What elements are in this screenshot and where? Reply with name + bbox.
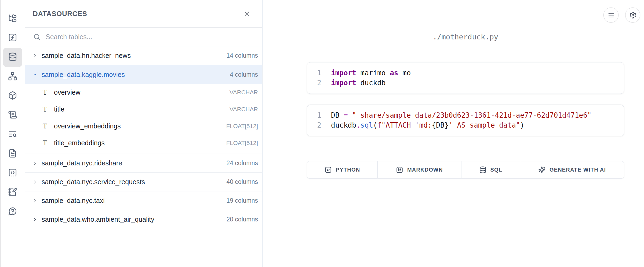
table-column-count: 24 columns	[226, 160, 258, 167]
left-icon-sidebar	[0, 0, 25, 267]
notebook-pen-icon	[8, 187, 17, 198]
table-column-count: 19 columns	[226, 197, 258, 204]
add-python-cell-button[interactable]: PYTHON	[307, 161, 378, 178]
column-type: FLOAT[512]	[226, 140, 258, 147]
add-cell-bar: PYTHON MARKDOWN SQL GENERATE WITH AI	[307, 161, 624, 179]
chevron-right-icon	[32, 53, 38, 58]
column-row[interactable]: T overview_embeddings FLOAT[512]	[25, 118, 262, 135]
generate-with-ai-button[interactable]: GENERATE WITH AI	[520, 161, 624, 178]
table-row-selected[interactable]: sample_data.kaggle.movies 4 columns	[25, 65, 262, 84]
column-row[interactable]: T title_embeddings FLOAT[512]	[25, 135, 262, 151]
folder-tree-icon	[8, 14, 17, 24]
code-square-dashed-icon	[8, 168, 17, 178]
code-line[interactable]: duckdb.sql(f"ATTACH 'md:{DB}' AS sample_…	[326, 120, 524, 130]
chevron-right-icon	[32, 179, 38, 185]
table-name: sample_data.kaggle.movies	[42, 71, 125, 79]
sidebar-item-logs[interactable]	[3, 106, 22, 125]
table-row[interactable]: sample_data.nyc.taxi 19 columns	[25, 191, 262, 210]
table-column-count: 4 columns	[230, 71, 258, 78]
search-icon	[33, 33, 41, 40]
line-number: 1	[307, 68, 326, 78]
code-line[interactable]: DB = "_share/sample_data/23b0d623-1361-4…	[326, 110, 592, 120]
help-bubble-icon	[8, 207, 17, 217]
file-text-icon	[8, 149, 17, 159]
sidebar-item-help[interactable]	[3, 202, 22, 221]
code-line[interactable]: import marimo as mo	[326, 68, 411, 78]
code-cell[interactable]: 1 import marimo as mo 2 import duckdb	[307, 62, 624, 94]
table-row[interactable]: sample_data.hn.hacker_news 14 columns	[25, 46, 262, 65]
sidebar-item-scratchpad[interactable]	[3, 183, 22, 202]
notebook-filename[interactable]: ./motherduck.py	[307, 32, 624, 42]
database-icon	[479, 166, 486, 173]
notebook-header-actions	[603, 8, 640, 23]
column-name: title_embeddings	[54, 139, 105, 147]
varchar-type-icon: T	[43, 88, 49, 96]
close-icon	[243, 10, 250, 17]
column-type: VARCHAR	[230, 89, 258, 96]
line-number: 1	[307, 110, 326, 120]
varchar-type-icon: T	[43, 122, 49, 130]
close-panel-button[interactable]	[243, 10, 250, 17]
sidebar-item-outline-search[interactable]	[3, 125, 22, 144]
function-square-icon	[8, 33, 17, 43]
column-row[interactable]: T overview VARCHAR	[25, 84, 262, 101]
settings-button[interactable]	[625, 8, 640, 23]
column-type: VARCHAR	[230, 106, 258, 113]
sidebar-item-snippets[interactable]	[3, 164, 22, 183]
box-icon	[8, 91, 17, 101]
varchar-type-icon: T	[43, 139, 49, 147]
add-markdown-cell-button[interactable]: MARKDOWN	[378, 161, 461, 178]
chevron-right-icon	[32, 161, 38, 166]
datasources-panel: DATASOURCES sample_data.hn.hacker_news 1…	[25, 0, 263, 267]
chevron-right-icon	[32, 198, 38, 203]
code-square-icon	[325, 166, 332, 173]
chevron-right-icon	[32, 217, 38, 222]
code-line[interactable]: import duckdb	[326, 78, 386, 88]
line-number: 2	[307, 78, 326, 88]
column-row[interactable]: T title VARCHAR	[25, 101, 262, 118]
table-name: sample_data.nyc.taxi	[42, 197, 105, 205]
menu-icon	[607, 12, 615, 19]
table-row[interactable]: sample_data.who.ambient_air_quality 20 c…	[25, 210, 262, 229]
chevron-down-icon	[32, 72, 38, 77]
table-name: sample_data.nyc.rideshare	[42, 159, 122, 167]
network-icon	[8, 72, 17, 82]
column-type: FLOAT[512]	[226, 123, 258, 130]
table-column-count: 14 columns	[226, 52, 258, 59]
tables-list: sample_data.hn.hacker_news 14 columns sa…	[25, 46, 262, 267]
sidebar-item-variables[interactable]	[3, 28, 22, 48]
sidebar-item-documentation[interactable]	[3, 144, 22, 164]
column-name: title	[54, 105, 64, 113]
app-window: DATASOURCES sample_data.hn.hacker_news 1…	[0, 0, 644, 267]
table-column-count: 20 columns	[226, 216, 258, 223]
cells-column: ./motherduck.py 1 import marimo as mo 2 …	[307, 0, 624, 179]
text-search-icon	[8, 129, 17, 140]
notebook-menu-button[interactable]	[603, 8, 618, 23]
table-column-count: 40 columns	[226, 178, 258, 186]
sidebar-item-packages[interactable]	[3, 86, 22, 106]
sidebar-item-dependencies[interactable]	[3, 67, 22, 86]
column-name: overview	[54, 88, 81, 96]
table-row[interactable]: sample_data.nyc.rideshare 24 columns	[25, 154, 262, 173]
scroll-text-icon	[8, 110, 17, 120]
table-row[interactable]: sample_data.nyc.service_requests 40 colu…	[25, 173, 262, 191]
search-input[interactable]	[46, 33, 257, 41]
datasources-panel-header: DATASOURCES	[25, 0, 262, 28]
sidebar-item-files[interactable]	[3, 9, 22, 28]
sparkles-icon	[538, 166, 545, 173]
line-number: 2	[307, 120, 326, 130]
add-sql-cell-button[interactable]: SQL	[461, 161, 520, 178]
m-square-icon	[396, 166, 403, 173]
table-name: sample_data.nyc.service_requests	[42, 178, 145, 186]
column-name: overview_embeddings	[54, 122, 121, 130]
column-list: T overview VARCHAR T title VARCHAR T ove…	[25, 84, 262, 154]
code-cell[interactable]: 1 DB = "_share/sample_data/23b0d623-1361…	[307, 105, 624, 136]
varchar-type-icon: T	[43, 105, 49, 113]
sidebar-item-datasources[interactable]	[3, 48, 22, 67]
table-name: sample_data.who.ambient_air_quality	[42, 216, 154, 223]
table-search-bar	[25, 28, 262, 46]
settings-gear-icon	[629, 12, 636, 19]
table-name: sample_data.hn.hacker_news	[42, 52, 131, 60]
notebook-area: ./motherduck.py 1 import marimo as mo 2 …	[263, 0, 644, 267]
database-icon	[8, 52, 17, 62]
